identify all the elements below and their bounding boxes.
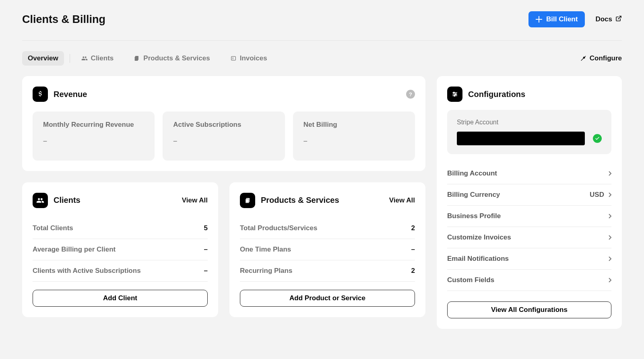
svg-rect-7 (246, 199, 249, 203)
help-icon[interactable]: ? (406, 90, 415, 99)
metric-value: 2 (411, 267, 415, 275)
tab-products[interactable]: Products & Services (128, 51, 215, 66)
config-item-business-profile[interactable]: Business Profile (447, 206, 611, 227)
bill-client-button[interactable]: Bill Client (528, 11, 585, 27)
metric-value: – (204, 267, 208, 275)
stat-value: – (303, 137, 405, 145)
add-product-button[interactable]: Add Product or Service (240, 290, 415, 307)
metric-row: One Time Plans – (240, 239, 415, 260)
metric-row: Total Products/Services 2 (240, 218, 415, 239)
plus-icon (536, 16, 542, 23)
stat-net-billing: Net Billing – (293, 111, 415, 161)
page-title: Clients & Billing (22, 13, 105, 26)
stripe-account-value (457, 132, 585, 145)
stat-label: Monthly Recurring Revenue (43, 120, 144, 130)
chevron-right-icon (608, 278, 611, 283)
dollar-icon (33, 87, 48, 102)
header-actions: Bill Client Docs (528, 11, 622, 27)
metric-label: Total Products/Services (240, 224, 317, 232)
config-label: Billing Currency (447, 191, 500, 199)
add-client-button[interactable]: Add Client (33, 290, 208, 307)
stripe-account-box: Stripe Account (447, 110, 611, 154)
tab-invoices[interactable]: Invoices (225, 51, 273, 66)
stat-label: Net Billing (303, 120, 405, 130)
config-item-billing-account[interactable]: Billing Account (447, 163, 611, 184)
docs-link[interactable]: Docs (595, 15, 622, 24)
chevron-right-icon (608, 235, 611, 240)
metric-label: One Time Plans (240, 246, 291, 254)
metric-label: Average Billing per Client (33, 246, 116, 254)
revenue-stats: Monthly Recurring Revenue – Active Subsc… (33, 111, 415, 161)
svg-point-13 (454, 95, 455, 96)
revenue-card: Revenue ? Monthly Recurring Revenue – Ac… (22, 76, 425, 171)
chevron-right-icon (608, 256, 611, 261)
svg-rect-3 (231, 56, 235, 60)
main-grid: Revenue ? Monthly Recurring Revenue – Ac… (22, 76, 622, 329)
revenue-title: Revenue (54, 90, 87, 99)
clients-title: Clients (54, 196, 80, 205)
external-link-icon (615, 15, 622, 24)
tab-label: Products & Services (143, 54, 210, 62)
config-label: Billing Account (447, 169, 497, 177)
config-item-billing-currency[interactable]: Billing Currency USD (447, 184, 611, 206)
chevron-right-icon (608, 214, 611, 219)
metric-value: 2 (411, 224, 415, 232)
config-items: Billing Account Billing Currency USD Bus… (447, 163, 611, 291)
metric-value: 5 (204, 224, 208, 232)
view-all-products[interactable]: View All (389, 196, 415, 204)
tab-divider (70, 54, 70, 63)
stat-label: Active Subscriptions (173, 120, 274, 130)
docs-label: Docs (595, 15, 612, 23)
stat-active-subs: Active Subscriptions – (163, 111, 285, 161)
svg-rect-2 (135, 57, 138, 61)
tab-overview[interactable]: Overview (22, 51, 64, 66)
metric-row: Clients with Active Subscriptions – (33, 260, 208, 282)
config-item-email-notifications[interactable]: Email Notifications (447, 248, 611, 270)
configure-button[interactable]: Configure (580, 54, 622, 63)
metric-row: Total Clients 5 (33, 218, 208, 239)
metric-row: Average Billing per Client – (33, 239, 208, 260)
tabs-row: Overview Clients Products & Services Inv (22, 41, 622, 76)
metric-label: Total Clients (33, 224, 73, 232)
stat-value: – (43, 137, 144, 145)
clients-metrics: Total Clients 5 Average Billing per Clie… (33, 218, 208, 282)
metric-row: Recurring Plans 2 (240, 260, 415, 282)
config-label: Email Notifications (447, 255, 509, 263)
tab-clients[interactable]: Clients (76, 51, 120, 66)
chevron-right-icon (608, 192, 611, 197)
wrench-icon (580, 54, 586, 63)
config-value: USD (590, 191, 604, 199)
tab-label: Invoices (240, 54, 267, 62)
tab-label: Overview (28, 54, 58, 62)
clients-card: Clients View All Total Clients 5 Average… (22, 182, 218, 317)
users-icon (81, 55, 88, 62)
products-card: Products & Services View All Total Produ… (229, 182, 425, 317)
config-label: Business Profile (447, 212, 501, 220)
configurations-card: Configurations Stripe Account Billing Ac… (437, 76, 622, 329)
svg-point-9 (453, 92, 454, 93)
svg-line-0 (618, 16, 621, 19)
metric-label: Clients with Active Subscriptions (33, 267, 141, 275)
page-header: Clients & Billing Bill Client Docs (22, 11, 622, 41)
products-title: Products & Services (261, 196, 339, 205)
metric-value: – (204, 246, 208, 254)
left-column: Revenue ? Monthly Recurring Revenue – Ac… (22, 76, 425, 317)
tab-label: Clients (91, 54, 114, 62)
invoice-icon (230, 55, 237, 62)
chevron-right-icon (608, 171, 611, 176)
metric-label: Recurring Plans (240, 267, 292, 275)
config-item-custom-fields[interactable]: Custom Fields (447, 270, 611, 291)
users-icon (33, 193, 48, 208)
view-all-configurations-button[interactable]: View All Configurations (447, 301, 611, 318)
check-icon (593, 134, 602, 143)
products-metrics: Total Products/Services 2 One Time Plans… (240, 218, 415, 282)
stack-icon (134, 55, 140, 62)
stat-value: – (173, 137, 274, 145)
view-all-clients[interactable]: View All (182, 196, 208, 204)
sliders-icon (447, 87, 462, 102)
configurations-title: Configurations (468, 90, 525, 99)
bill-client-label: Bill Client (546, 15, 578, 23)
stat-mrr: Monthly Recurring Revenue – (33, 111, 155, 161)
stripe-label: Stripe Account (457, 119, 602, 126)
config-item-customize-invoices[interactable]: Customize Invoices (447, 227, 611, 248)
